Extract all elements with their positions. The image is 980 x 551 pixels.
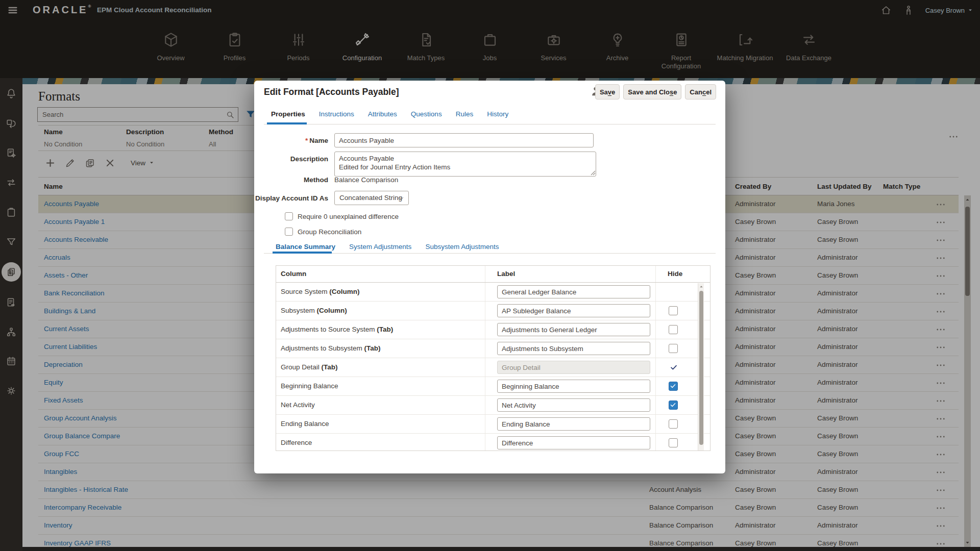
check-icon: [670, 363, 678, 371]
subtab-system-adjustments[interactable]: System Adjustments: [349, 243, 411, 251]
active-tab-underline: [267, 122, 307, 124]
balance-column-name: Group Detail (Tab): [281, 363, 338, 371]
label-field[interactable]: [497, 285, 650, 298]
hide-checkbox[interactable]: [669, 325, 678, 334]
label-field[interactable]: [497, 436, 650, 449]
cancel-button[interactable]: Cancel: [685, 84, 716, 99]
balance-table-row: Ending Balance: [276, 415, 710, 434]
tab-history[interactable]: History: [487, 110, 508, 118]
balance-table-row: Difference: [276, 434, 710, 451]
label-field: [497, 361, 650, 374]
hide-checkbox[interactable]: [669, 438, 678, 447]
dialog-title: Edit Format [Accounts Payable]: [264, 87, 399, 97]
balance-table-row: Beginning Balance: [276, 377, 710, 396]
required-marker: *: [305, 137, 308, 144]
balance-column-name: Adjustments to Source System (Tab): [281, 325, 393, 333]
balance-column-name: Adjustments to Subsystem (Tab): [281, 344, 381, 352]
method-field-label: Method: [254, 176, 328, 184]
balance-column-name: Subsystem (Column): [281, 307, 347, 314]
checkbox-row: Require 0 unexplained difference: [285, 212, 399, 220]
subtab-balance-summary[interactable]: Balance Summary: [276, 243, 335, 251]
display-account-id-label: Display Account ID As: [254, 194, 328, 202]
checkbox[interactable]: [285, 228, 293, 236]
resize-grip-icon[interactable]: [591, 170, 596, 176]
label-field[interactable]: [497, 398, 650, 412]
tab-instructions[interactable]: Instructions: [319, 110, 354, 118]
active-subtab-underline: [273, 252, 332, 254]
tab-rules[interactable]: Rules: [456, 110, 474, 118]
balance-table-row: Adjustments to Source System (Tab): [276, 320, 710, 339]
checkbox-label: Require 0 unexplained difference: [298, 213, 399, 220]
column-header-column: Column: [281, 270, 306, 278]
tab-attributes[interactable]: Attributes: [368, 110, 397, 118]
balance-table-row: Group Detail (Tab): [276, 358, 710, 377]
balance-column-name: Difference: [281, 439, 312, 446]
hide-checkbox[interactable]: [669, 344, 678, 353]
balance-table-header: Column Label Hide: [276, 266, 710, 283]
balance-column-name: Beginning Balance: [281, 382, 338, 390]
tab-properties[interactable]: Properties: [271, 110, 305, 118]
label-field[interactable]: [497, 304, 650, 317]
chevron-down-icon: [398, 195, 405, 202]
balance-column-name: Ending Balance: [281, 420, 329, 428]
label-field[interactable]: [497, 417, 650, 431]
balance-table-row: Adjustments to Subsystem (Tab): [276, 339, 710, 358]
balance-table-row: Source System (Column): [276, 283, 710, 302]
description-field[interactable]: Accounts Payable Edited for Journal Entr…: [334, 152, 596, 177]
label-field[interactable]: [497, 380, 650, 393]
scrollbar-thumb[interactable]: [699, 291, 703, 445]
balance-summary-table: Column Label Hide Source System (Column)…: [276, 265, 710, 451]
display-account-id-value: Concatenated String: [339, 194, 402, 202]
checkbox[interactable]: [285, 212, 293, 220]
app-root: ORACLE® EPM Cloud Account Reconciliation…: [0, 0, 980, 551]
column-header-label: Label: [497, 270, 515, 278]
label-field[interactable]: [497, 342, 650, 355]
balance-table-row: Net Activity: [276, 396, 710, 415]
checkbox-row: Group Reconciliation: [285, 228, 361, 236]
method-value: Balance Comparison: [334, 176, 398, 184]
name-field[interactable]: [334, 133, 594, 147]
balance-table-row: Subsystem (Column): [276, 302, 710, 320]
subtab-subsystem-adjustments[interactable]: Subsystem Adjustments: [425, 243, 499, 251]
description-field-label: Description: [254, 155, 328, 163]
save-button[interactable]: Save: [595, 84, 620, 99]
label-field[interactable]: [497, 323, 650, 336]
hide-checkbox[interactable]: [669, 382, 678, 391]
balance-column-name: Source System (Column): [281, 288, 360, 295]
hide-checkbox[interactable]: [669, 419, 678, 429]
balance-column-name: Net Activity: [281, 401, 315, 409]
divider: [264, 124, 716, 124]
display-account-id-select[interactable]: Concatenated String: [334, 191, 409, 205]
edit-format-dialog: Edit Format [Accounts Payable] ? Save Sa…: [254, 81, 725, 473]
save-and-close-button[interactable]: Save and Close: [623, 84, 681, 99]
scroll-up-icon[interactable]: [699, 285, 703, 289]
column-header-hide: Hide: [668, 270, 682, 278]
name-field-label: *Name: [254, 137, 328, 144]
hide-checkbox[interactable]: [669, 400, 678, 410]
tab-questions[interactable]: Questions: [411, 110, 442, 118]
balance-table-scrollbar[interactable]: [698, 283, 704, 451]
balance-subtabs: Balance SummarySystem AdjustmentsSubsyst…: [276, 243, 499, 251]
checkbox-label: Group Reconciliation: [298, 228, 361, 236]
hide-checkbox[interactable]: [669, 306, 678, 315]
dialog-tabs: PropertiesInstructionsAttributesQuestion…: [271, 110, 508, 118]
